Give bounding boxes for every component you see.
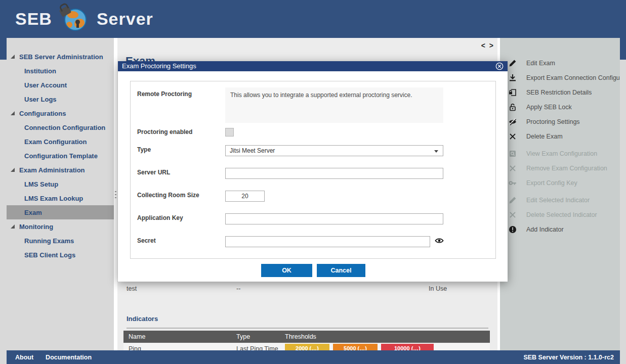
expand-panel-icon[interactable]: > xyxy=(489,41,493,50)
indicator-row[interactable]: Ping Last Ping Time 2000 (…) 5000 (…) 10… xyxy=(123,343,490,350)
type-label: Type xyxy=(137,146,223,153)
sidebar-item-lms-exam-lookup[interactable]: LMS Exam Lookup xyxy=(7,191,114,205)
expander-icon[interactable] xyxy=(11,168,15,172)
eye-icon[interactable] xyxy=(435,236,444,245)
sidebar-item-seb-client-logs[interactable]: SEB Client Logs xyxy=(7,248,114,262)
x-icon xyxy=(509,132,517,141)
ok-button[interactable]: OK xyxy=(261,264,312,277)
sidebar-splitter[interactable] xyxy=(114,38,117,350)
sidebar-item-configuration-template[interactable]: Configuration Template xyxy=(7,149,114,163)
sidebar-item-exam[interactable]: Exam xyxy=(7,205,114,219)
action-export-exam-connection-configuration[interactable]: Export Exam Connection Configura xyxy=(500,72,620,83)
pencil-icon xyxy=(509,59,517,67)
brand-seb: SEB xyxy=(15,9,52,29)
chevron-down-icon xyxy=(434,150,438,153)
action-remove-exam-configuration: Remove Exam Configuration xyxy=(500,163,620,174)
seb-server-app: SEB Server SEB Server Administration Ins… xyxy=(0,0,626,364)
x-icon xyxy=(509,211,517,219)
main-navigation: SEB Server Administration Institution Us… xyxy=(7,38,114,350)
sidebar-item-exam-administration[interactable]: Exam Administration xyxy=(7,163,114,177)
column-header-type: Type xyxy=(236,333,250,340)
dialog-title: Exam Proctoring Settings xyxy=(118,61,508,71)
remote-proctoring-description: This allows you to integrate a supported… xyxy=(225,87,443,123)
column-header-name: Name xyxy=(129,333,145,340)
eye-off-icon xyxy=(509,118,517,126)
config-description: -- xyxy=(236,285,240,292)
remote-proctoring-label: Remote Proctoring xyxy=(137,90,223,98)
padlock-icon xyxy=(509,103,517,111)
type-select[interactable]: Jitsi Meet Server xyxy=(225,145,443,156)
app-header: SEB Server xyxy=(0,0,626,38)
cancel-button[interactable]: Cancel xyxy=(317,264,365,277)
indicator-name: Ping xyxy=(129,345,141,350)
close-icon[interactable] xyxy=(495,62,504,70)
secret-label: Secret xyxy=(137,237,223,244)
collecting-room-size-label: Collecting Room Size xyxy=(137,192,223,199)
about-link[interactable]: About xyxy=(15,354,33,361)
documentation-link[interactable]: Documentation xyxy=(46,354,92,361)
footer-bar: About Documentation SEB Server Version :… xyxy=(7,350,620,364)
key-icon xyxy=(509,179,517,187)
exam-configuration-row[interactable]: test -- In Use xyxy=(117,281,497,295)
seb-globe-lock-logo-icon xyxy=(62,7,88,32)
collapse-panel-icon[interactable]: < xyxy=(481,41,485,50)
action-proctoring-settings[interactable]: Proctoring Settings xyxy=(500,116,620,127)
server-url-label: Server URL xyxy=(137,169,223,176)
sidebar-item-configurations[interactable]: Configurations xyxy=(7,106,114,120)
config-status: In Use xyxy=(429,285,447,292)
expander-icon[interactable] xyxy=(11,111,15,115)
panel-controls: < > xyxy=(481,41,493,50)
version-label: SEB Server Version : 1.1.0-rc2 xyxy=(523,354,614,361)
action-delete-exam[interactable]: Delete Exam xyxy=(500,131,620,142)
action-export-config-key: Export Config Key xyxy=(500,177,620,189)
action-apply-seb-lock[interactable]: Apply SEB Lock xyxy=(500,102,620,113)
action-view-exam-configuration: View Exam Configuration xyxy=(500,148,620,159)
threshold-badge: 5000 (…) xyxy=(333,344,378,350)
threshold-badge: 10000 (…) xyxy=(381,344,434,350)
sidebar-item-user-logs[interactable]: User Logs xyxy=(7,92,114,106)
sidebar-item-connection-configuration[interactable]: Connection Configuration xyxy=(7,120,114,134)
threshold-badge: 2000 (…) xyxy=(285,344,329,350)
splitter-grip-icon[interactable] xyxy=(115,191,116,200)
action-delete-selected-indicator: Delete Selected Indicator xyxy=(500,209,620,220)
type-select-value: Jitsi Meet Server xyxy=(230,147,275,154)
proctoring-enabled-checkbox[interactable] xyxy=(225,128,234,136)
column-header-thresholds: Thresholds xyxy=(285,333,316,340)
sidebar-item-monitoring[interactable]: Monitoring xyxy=(7,219,114,234)
sidebar-item-user-account[interactable]: User Account xyxy=(7,78,114,92)
brand-server: Server xyxy=(97,9,153,29)
indicators-table-header: Name Type Thresholds xyxy=(123,331,490,343)
proctoring-form: Remote Proctoring This allows you to int… xyxy=(130,81,496,259)
action-edit-exam[interactable]: Edit Exam xyxy=(500,58,620,69)
application-key-input[interactable] xyxy=(225,213,443,224)
action-add-indicator[interactable]: Add Indicator xyxy=(500,224,620,235)
collecting-room-size-input[interactable] xyxy=(225,191,265,202)
action-pane: Edit Exam Export Exam Connection Configu… xyxy=(500,38,620,350)
sidebar-item-exam-configuration[interactable]: Exam Configuration xyxy=(7,134,114,149)
proctoring-enabled-label: Proctoring enabled xyxy=(137,128,223,135)
download-icon xyxy=(509,74,517,82)
server-url-input[interactable] xyxy=(225,168,443,179)
indicators-section-title: Indicators xyxy=(127,315,158,323)
sidebar-item-institution[interactable]: Institution xyxy=(7,64,114,78)
sidebar-item-lms-setup[interactable]: LMS Setup xyxy=(7,177,114,191)
exam-proctoring-settings-dialog: Exam Proctoring Settings Remote Proctori… xyxy=(118,61,508,282)
sidebar-item-running-exams[interactable]: Running Exams xyxy=(7,234,114,248)
restriction-lock-icon xyxy=(509,88,517,97)
x-icon xyxy=(509,164,517,172)
expander-icon[interactable] xyxy=(11,55,15,59)
secret-input[interactable] xyxy=(225,236,430,247)
action-edit-selected-indicator: Edit Selected Indicator xyxy=(500,195,620,206)
indicators-divider xyxy=(127,328,488,329)
exclamation-circle-icon xyxy=(509,225,517,234)
expander-icon[interactable] xyxy=(11,224,15,229)
config-name: test xyxy=(127,285,137,292)
application-key-label: Application Key xyxy=(137,214,223,221)
action-seb-restriction-details[interactable]: SEB Restriction Details xyxy=(500,87,620,98)
pencil-icon xyxy=(509,196,517,204)
sidebar-item-seb-server-administration[interactable]: SEB Server Administration xyxy=(7,50,114,64)
magnifier-square-icon xyxy=(509,150,517,158)
indicator-type: Last Ping Time xyxy=(236,345,278,350)
